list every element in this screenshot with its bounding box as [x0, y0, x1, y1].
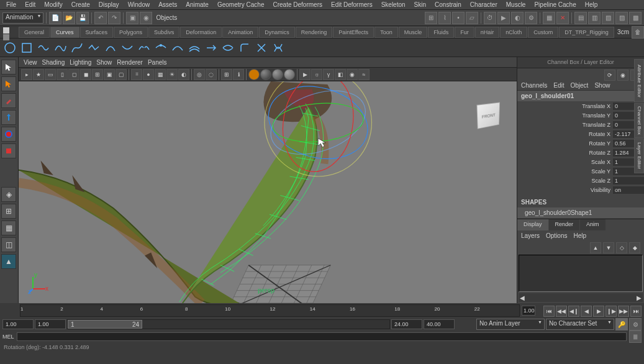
- prefs-icon[interactable]: ⚙: [629, 318, 642, 330]
- panel-toggle3-icon[interactable]: ▧: [602, 12, 614, 24]
- range-thumb[interactable]: 124: [68, 320, 142, 329]
- vp-renderer-icon[interactable]: ▶: [299, 69, 311, 80]
- auto-key-icon[interactable]: 🔑: [615, 318, 628, 330]
- vp-lighting[interactable]: Lighting: [70, 59, 91, 66]
- soft-select-tool[interactable]: ◈: [1, 187, 16, 202]
- open-scene-icon[interactable]: 📂: [63, 12, 75, 24]
- panel-toggle4-icon[interactable]: ▨: [615, 12, 628, 24]
- shelf-tab-fluids[interactable]: Fluids: [428, 27, 454, 38]
- vp-view-transform-icon[interactable]: ◧: [335, 69, 346, 80]
- bezier-curve-icon[interactable]: [70, 40, 84, 55]
- channel-show-menu[interactable]: Show: [594, 82, 610, 89]
- x-icon[interactable]: ✕: [556, 12, 569, 24]
- step-back-button[interactable]: ◀❙: [568, 306, 579, 317]
- menu-assets[interactable]: Assets: [155, 0, 181, 9]
- vp-image-plane-icon[interactable]: ▭: [45, 69, 56, 80]
- menu-animate[interactable]: Animate: [182, 0, 212, 9]
- vp-resolution-gate-icon[interactable]: ◻: [68, 69, 79, 80]
- vp-sphere2-icon[interactable]: [272, 69, 283, 80]
- intersect-curve-icon[interactable]: [271, 40, 286, 55]
- shelf-tab-fur[interactable]: Fur: [455, 27, 474, 38]
- vp-safe-title-icon[interactable]: ▢: [116, 69, 127, 80]
- layer-options-menu[interactable]: Options: [546, 232, 567, 239]
- menu-file[interactable]: File: [2, 0, 20, 9]
- undo-icon[interactable]: ↶: [94, 12, 107, 24]
- menu-character[interactable]: Character: [466, 0, 501, 9]
- panel-toggle5-icon[interactable]: ▩: [629, 12, 642, 24]
- anim-layer-dropdown[interactable]: No Anim Layer: [476, 319, 545, 330]
- shelf-tab-custom[interactable]: Custom: [528, 27, 558, 38]
- go-to-start-button[interactable]: ⏮: [543, 306, 555, 317]
- time-slider[interactable]: 1 2 4 6 8 10 12 14 16 18 20 22: [20, 304, 520, 317]
- vp-gamma-icon[interactable]: γ: [323, 69, 334, 80]
- extend-curve-icon[interactable]: [170, 40, 185, 55]
- attr-sz-value[interactable]: 1: [613, 177, 644, 184]
- ipr-icon[interactable]: ◐: [511, 12, 524, 24]
- anim-start-field[interactable]: 1.00: [2, 319, 34, 329]
- fillet-curve-icon[interactable]: [237, 40, 252, 55]
- vp-xray-icon[interactable]: ◌: [206, 69, 217, 80]
- vp-exposure-icon[interactable]: ☼: [311, 69, 322, 80]
- shelf-tab-ncloth[interactable]: nCloth: [500, 27, 527, 38]
- menu-pipeline-cache[interactable]: Pipeline Cache: [530, 0, 579, 9]
- lasso-tool[interactable]: [1, 76, 16, 91]
- vp-motion-blur-icon[interactable]: ≈: [358, 69, 370, 80]
- shelf-tab-rendering[interactable]: Rendering: [296, 27, 333, 38]
- shelf-tab-painteffects[interactable]: PaintEffects: [333, 27, 374, 38]
- layers-menu[interactable]: Layers: [521, 232, 540, 239]
- menu-geocache[interactable]: Geometry Cache: [214, 0, 268, 9]
- snap-point-icon[interactable]: •: [452, 12, 465, 24]
- menu-help[interactable]: Help: [581, 0, 602, 9]
- vp-wireframe-icon[interactable]: ⌗: [131, 69, 142, 80]
- vp-shading[interactable]: Shading: [42, 59, 65, 66]
- attr-vis-value[interactable]: on: [613, 186, 644, 194]
- rebuild-curve-icon[interactable]: [220, 40, 235, 55]
- menu-modify[interactable]: Modify: [40, 0, 66, 9]
- shelf-tab-curves[interactable]: Curves: [50, 27, 79, 38]
- vp-bookmark-icon[interactable]: ★: [33, 69, 44, 80]
- persp-outliner-icon[interactable]: ◫: [1, 237, 16, 252]
- arc-curve-icon[interactable]: [103, 40, 118, 55]
- snap-curve-icon[interactable]: ⌇: [438, 12, 451, 24]
- reverse-curve-icon[interactable]: [204, 40, 219, 55]
- select-hierarchy-icon[interactable]: ▣: [126, 12, 138, 24]
- shelf-tab-subdivs[interactable]: Subdivs: [148, 27, 179, 38]
- shelf-tab-deformation[interactable]: Deformation: [180, 27, 222, 38]
- menu-create[interactable]: Create: [68, 0, 94, 9]
- vp-sphere3-icon[interactable]: [284, 69, 295, 80]
- side-tab-attribute-editor[interactable]: Attribute Editor: [634, 59, 644, 102]
- vp-safe-action-icon[interactable]: ▣: [104, 69, 115, 80]
- playback-end-field[interactable]: 24.00: [391, 319, 422, 329]
- channels-menu[interactable]: Channels: [521, 82, 547, 89]
- create-layer-selected-icon[interactable]: ◆: [629, 242, 640, 253]
- channel-sync-icon[interactable]: ⟳: [604, 70, 615, 81]
- panel-toggle2-icon[interactable]: ▥: [588, 12, 601, 24]
- vp-show[interactable]: Show: [96, 59, 112, 66]
- play-forward-button[interactable]: ▶: [593, 306, 604, 317]
- vp-hud-icon[interactable]: ℹ: [233, 69, 244, 80]
- select-tool[interactable]: [1, 60, 16, 75]
- vp-film-gate-icon[interactable]: ▯: [57, 69, 68, 80]
- panel-toggle1-icon[interactable]: ▤: [574, 12, 587, 24]
- vp-isolate-icon[interactable]: ◎: [194, 69, 205, 80]
- vp-use-lights-icon[interactable]: ☀: [166, 69, 178, 80]
- save-scene-icon[interactable]: 💾: [76, 12, 89, 24]
- four-view-icon[interactable]: ▦: [1, 221, 16, 235]
- mode-dropdown[interactable]: Animation: [2, 12, 43, 24]
- script-editor-icon[interactable]: ≣: [629, 330, 642, 343]
- vp-sphere1-icon[interactable]: [260, 69, 271, 80]
- menu-constrain[interactable]: Constrain: [431, 0, 465, 9]
- rotate-tool[interactable]: [1, 127, 16, 142]
- current-time-field[interactable]: 1.00: [522, 306, 535, 316]
- layer-tab-render[interactable]: Render: [549, 219, 580, 230]
- character-set-dropdown[interactable]: No Character Set: [546, 319, 614, 330]
- cut-curve-icon[interactable]: [254, 40, 269, 55]
- viewcube[interactable]: FRONT: [473, 100, 504, 131]
- menu-skin[interactable]: Skin: [410, 0, 430, 9]
- side-tab-channel-box[interactable]: Channel Box: [634, 103, 644, 138]
- step-back-key-button[interactable]: ◀◀: [556, 306, 567, 317]
- channel-manip-icon[interactable]: ◉: [617, 70, 628, 81]
- command-input[interactable]: [17, 332, 627, 341]
- range-slider[interactable]: 124: [67, 319, 390, 329]
- vp-view[interactable]: View: [24, 59, 37, 66]
